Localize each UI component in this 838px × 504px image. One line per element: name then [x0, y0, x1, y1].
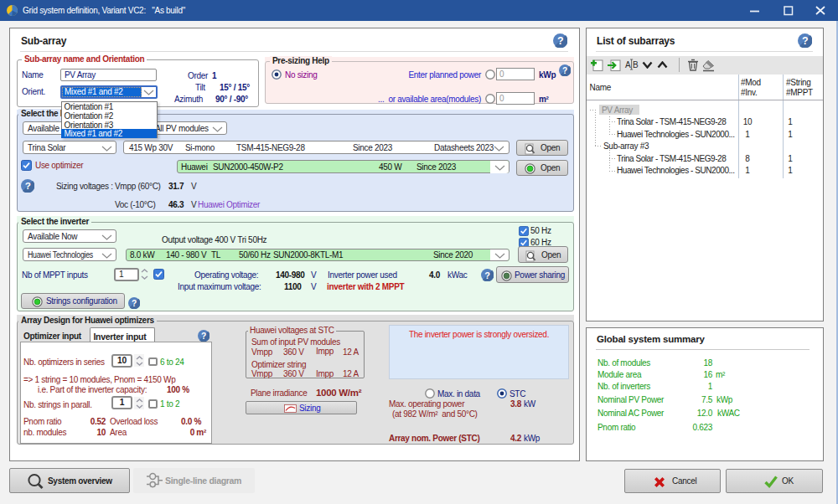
svg-text:?: ?: [201, 332, 206, 341]
svg-text:B: B: [633, 60, 639, 69]
svg-text:A: A: [625, 60, 631, 69]
svg-text:?: ?: [132, 298, 137, 307]
svg-text:?: ?: [557, 35, 563, 47]
svg-text:?: ?: [802, 35, 808, 47]
svg-text:?: ?: [484, 270, 490, 280]
svg-text:?: ?: [562, 66, 567, 75]
svg-text:?: ?: [25, 180, 31, 191]
